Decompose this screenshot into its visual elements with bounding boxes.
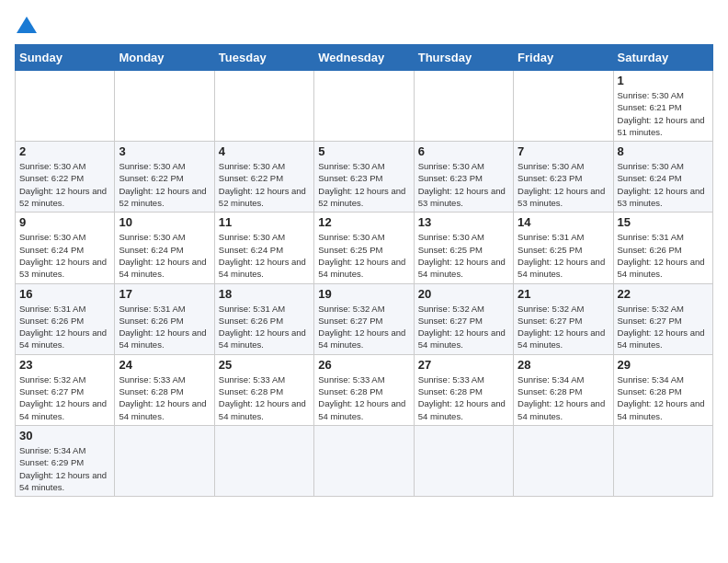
calendar-week-row: 16Sunrise: 5:31 AM Sunset: 6:26 PM Dayli…: [16, 283, 713, 354]
day-info: Sunrise: 5:30 AM Sunset: 6:21 PM Dayligh…: [618, 89, 709, 138]
logo-triangle-icon: [17, 15, 37, 35]
day-info: Sunrise: 5:34 AM Sunset: 6:28 PM Dayligh…: [618, 373, 709, 422]
day-number: 22: [618, 287, 709, 301]
day-number: 4: [219, 144, 310, 158]
column-header-sunday: Sunday: [16, 45, 115, 71]
calendar-cell: 14Sunrise: 5:31 AM Sunset: 6:25 PM Dayli…: [514, 213, 613, 283]
calendar-week-row: 2Sunrise: 5:30 AM Sunset: 6:22 PM Daylig…: [16, 142, 713, 213]
calendar-cell: 18Sunrise: 5:31 AM Sunset: 6:26 PM Dayli…: [214, 283, 313, 354]
calendar-cell: 17Sunrise: 5:31 AM Sunset: 6:26 PM Dayli…: [115, 283, 214, 354]
calendar-cell: 26Sunrise: 5:33 AM Sunset: 6:28 PM Dayli…: [314, 354, 414, 425]
column-header-thursday: Thursday: [414, 45, 513, 71]
day-info: Sunrise: 5:32 AM Sunset: 6:27 PM Dayligh…: [618, 303, 709, 351]
calendar-cell: [314, 425, 414, 496]
calendar-header-row: SundayMondayTuesdayWednesdayThursdayFrid…: [16, 45, 713, 71]
calendar-cell: 30Sunrise: 5:34 AM Sunset: 6:29 PM Dayli…: [16, 425, 115, 496]
day-number: 16: [19, 287, 110, 301]
day-info: Sunrise: 5:31 AM Sunset: 6:26 PM Dayligh…: [119, 303, 210, 351]
calendar-cell: 9Sunrise: 5:30 AM Sunset: 6:24 PM Daylig…: [16, 213, 115, 283]
day-number: 2: [19, 144, 110, 158]
day-info: Sunrise: 5:31 AM Sunset: 6:26 PM Dayligh…: [219, 303, 310, 351]
day-info: Sunrise: 5:31 AM Sunset: 6:25 PM Dayligh…: [518, 231, 609, 280]
day-info: Sunrise: 5:30 AM Sunset: 6:23 PM Dayligh…: [418, 160, 509, 209]
calendar-cell: [214, 71, 313, 142]
day-number: 10: [119, 215, 210, 229]
day-info: Sunrise: 5:34 AM Sunset: 6:28 PM Dayligh…: [518, 373, 609, 422]
day-number: 28: [518, 358, 609, 372]
day-number: 21: [518, 287, 609, 301]
day-info: Sunrise: 5:30 AM Sunset: 6:24 PM Dayligh…: [618, 160, 709, 209]
day-info: Sunrise: 5:33 AM Sunset: 6:28 PM Dayligh…: [318, 373, 409, 422]
calendar-cell: 4Sunrise: 5:30 AM Sunset: 6:22 PM Daylig…: [214, 142, 313, 213]
calendar-table: SundayMondayTuesdayWednesdayThursdayFrid…: [15, 44, 713, 497]
calendar-cell: 2Sunrise: 5:30 AM Sunset: 6:22 PM Daylig…: [16, 142, 115, 213]
calendar-cell: 22Sunrise: 5:32 AM Sunset: 6:27 PM Dayli…: [613, 283, 712, 354]
calendar-cell: [16, 71, 115, 142]
day-number: 20: [418, 287, 509, 301]
calendar-cell: 27Sunrise: 5:33 AM Sunset: 6:28 PM Dayli…: [414, 354, 513, 425]
day-info: Sunrise: 5:33 AM Sunset: 6:28 PM Dayligh…: [219, 373, 310, 422]
day-number: 18: [219, 287, 310, 301]
calendar-cell: 15Sunrise: 5:31 AM Sunset: 6:26 PM Dayli…: [613, 213, 712, 283]
day-info: Sunrise: 5:32 AM Sunset: 6:27 PM Dayligh…: [418, 303, 509, 351]
day-number: 9: [19, 215, 110, 229]
day-number: 15: [618, 215, 709, 229]
logo: [15, 15, 37, 35]
calendar-cell: 28Sunrise: 5:34 AM Sunset: 6:28 PM Dayli…: [514, 354, 613, 425]
day-number: 12: [318, 215, 409, 229]
day-number: 30: [19, 429, 110, 442]
day-number: 6: [418, 144, 509, 158]
calendar-week-row: 30Sunrise: 5:34 AM Sunset: 6:29 PM Dayli…: [16, 425, 713, 496]
day-number: 23: [19, 358, 110, 372]
calendar-cell: 25Sunrise: 5:33 AM Sunset: 6:28 PM Dayli…: [214, 354, 313, 425]
calendar-cell: 1Sunrise: 5:30 AM Sunset: 6:21 PM Daylig…: [613, 71, 712, 142]
calendar-cell: 5Sunrise: 5:30 AM Sunset: 6:23 PM Daylig…: [314, 142, 414, 213]
day-info: Sunrise: 5:32 AM Sunset: 6:27 PM Dayligh…: [19, 373, 110, 422]
day-number: 17: [119, 287, 210, 301]
calendar-cell: 24Sunrise: 5:33 AM Sunset: 6:28 PM Dayli…: [115, 354, 214, 425]
day-info: Sunrise: 5:31 AM Sunset: 6:26 PM Dayligh…: [618, 231, 709, 280]
calendar-cell: [514, 71, 613, 142]
day-info: Sunrise: 5:30 AM Sunset: 6:23 PM Dayligh…: [318, 160, 409, 209]
calendar-cell: 20Sunrise: 5:32 AM Sunset: 6:27 PM Dayli…: [414, 283, 513, 354]
column-header-wednesday: Wednesday: [314, 45, 414, 71]
calendar-cell: 16Sunrise: 5:31 AM Sunset: 6:26 PM Dayli…: [16, 283, 115, 354]
svg-marker-0: [17, 17, 37, 33]
day-info: Sunrise: 5:30 AM Sunset: 6:22 PM Dayligh…: [19, 160, 110, 209]
calendar-cell: 21Sunrise: 5:32 AM Sunset: 6:27 PM Dayli…: [514, 283, 613, 354]
day-number: 27: [418, 358, 509, 372]
calendar-cell: [314, 71, 414, 142]
day-info: Sunrise: 5:30 AM Sunset: 6:24 PM Dayligh…: [19, 231, 110, 280]
day-number: 7: [518, 144, 609, 158]
column-header-tuesday: Tuesday: [214, 45, 313, 71]
calendar-cell: 12Sunrise: 5:30 AM Sunset: 6:25 PM Dayli…: [314, 213, 414, 283]
calendar-cell: 19Sunrise: 5:32 AM Sunset: 6:27 PM Dayli…: [314, 283, 414, 354]
day-number: 19: [318, 287, 409, 301]
calendar-cell: 6Sunrise: 5:30 AM Sunset: 6:23 PM Daylig…: [414, 142, 513, 213]
day-number: 26: [318, 358, 409, 372]
day-number: 24: [119, 358, 210, 372]
column-header-saturday: Saturday: [613, 45, 712, 71]
calendar-cell: 10Sunrise: 5:30 AM Sunset: 6:24 PM Dayli…: [115, 213, 214, 283]
day-info: Sunrise: 5:32 AM Sunset: 6:27 PM Dayligh…: [518, 303, 609, 351]
calendar-cell: [514, 425, 613, 496]
calendar-cell: 7Sunrise: 5:30 AM Sunset: 6:23 PM Daylig…: [514, 142, 613, 213]
calendar-week-row: 9Sunrise: 5:30 AM Sunset: 6:24 PM Daylig…: [16, 213, 713, 283]
day-info: Sunrise: 5:34 AM Sunset: 6:29 PM Dayligh…: [19, 444, 110, 493]
calendar-cell: [414, 71, 513, 142]
calendar-week-row: 1Sunrise: 5:30 AM Sunset: 6:21 PM Daylig…: [16, 71, 713, 142]
calendar-cell: [115, 425, 214, 496]
day-number: 1: [618, 74, 709, 87]
day-info: Sunrise: 5:30 AM Sunset: 6:25 PM Dayligh…: [318, 231, 409, 280]
day-info: Sunrise: 5:32 AM Sunset: 6:27 PM Dayligh…: [318, 303, 409, 351]
calendar-cell: [613, 425, 712, 496]
day-number: 5: [318, 144, 409, 158]
calendar-cell: [115, 71, 214, 142]
day-info: Sunrise: 5:30 AM Sunset: 6:23 PM Dayligh…: [518, 160, 609, 209]
day-number: 8: [618, 144, 709, 158]
logo-icon: [15, 15, 37, 35]
day-info: Sunrise: 5:30 AM Sunset: 6:25 PM Dayligh…: [418, 231, 509, 280]
day-info: Sunrise: 5:31 AM Sunset: 6:26 PM Dayligh…: [19, 303, 110, 351]
calendar-cell: 29Sunrise: 5:34 AM Sunset: 6:28 PM Dayli…: [613, 354, 712, 425]
day-info: Sunrise: 5:33 AM Sunset: 6:28 PM Dayligh…: [418, 373, 509, 422]
